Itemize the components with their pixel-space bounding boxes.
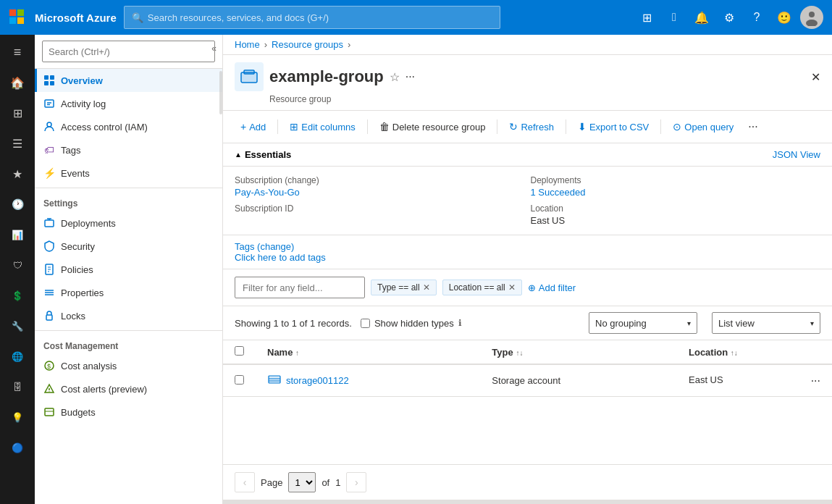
location-filter-tag: Location == all ✕: [442, 280, 522, 295]
nav-item-cost-alerts[interactable]: Cost alerts (preview): [35, 377, 222, 400]
view-selector[interactable]: List view ▾: [712, 312, 820, 334]
nav-item-activity-log[interactable]: Activity log: [35, 92, 222, 115]
breadcrumb-home[interactable]: Home: [235, 39, 260, 50]
nav-item-tags[interactable]: 🏷 Tags: [35, 138, 222, 161]
feedback-icon[interactable]: 🙂: [773, 6, 796, 29]
nav-item-locks[interactable]: Locks: [35, 304, 222, 327]
prev-page-btn[interactable]: ‹: [235, 472, 255, 492]
essentials-location: Location East US: [531, 203, 821, 226]
sidebar-icon-home[interactable]: 🏠: [3, 68, 32, 97]
view-select-box[interactable]: List view ▾: [712, 312, 820, 334]
filter-input[interactable]: [235, 277, 365, 298]
rg-name: example-group: [269, 67, 384, 86]
add-button[interactable]: + Add: [235, 117, 272, 136]
nav-item-deployments-label: Deployments: [61, 218, 116, 229]
toolbar-more-button[interactable]: ···: [742, 117, 763, 137]
rg-more-options[interactable]: ···: [406, 70, 415, 83]
nav-item-deployments[interactable]: Deployments: [35, 211, 222, 235]
storage-name-link[interactable]: storage001122: [286, 375, 349, 386]
sidebar-icon-favorites[interactable]: ★: [3, 159, 32, 188]
filter-bar: Type == all ✕ Location == all ✕ ⊕ Add fi…: [223, 269, 832, 306]
type-column-header[interactable]: Type ↑↓: [480, 340, 677, 364]
deployments-link[interactable]: 1 Succeeded: [531, 187, 586, 198]
select-all-checkbox[interactable]: [235, 346, 244, 356]
location-label: Location: [531, 203, 821, 214]
events-icon: ⚡: [43, 167, 55, 179]
settings-icon[interactable]: ⚙: [718, 6, 741, 29]
subscription-id-label: Subscription ID: [235, 203, 525, 214]
open-query-button[interactable]: ⊙ Open query: [667, 117, 739, 136]
search-box[interactable]: 🔍: [124, 6, 500, 29]
sidebar-icon-more1[interactable]: 🛡: [3, 251, 32, 280]
notifications-icon[interactable]: 🔔: [690, 6, 713, 29]
name-column-header[interactable]: Name ↑: [256, 340, 480, 364]
nav-item-overview[interactable]: Overview: [35, 69, 222, 92]
sidebar-icon-recent[interactable]: 🕐: [3, 190, 32, 219]
sidebar-icon-more5[interactable]: 🗄: [3, 372, 32, 401]
export-button[interactable]: ⬇ Export to CSV: [572, 117, 655, 136]
security-icon: [43, 240, 55, 252]
tags-change-link[interactable]: Tags (change): [235, 241, 294, 252]
storage-icon: [267, 372, 282, 389]
json-view-link[interactable]: JSON View: [773, 149, 820, 160]
nav-search-input[interactable]: [42, 41, 215, 62]
horizontal-scrollbar[interactable]: [223, 500, 832, 504]
search-input[interactable]: [148, 12, 492, 23]
svg-point-5: [806, 20, 818, 26]
of-label: of: [322, 477, 329, 488]
sidebar-icon-more2[interactable]: 💲: [3, 281, 32, 310]
refresh-button[interactable]: ↻ Refresh: [503, 117, 560, 136]
view-chevron-icon: ▾: [810, 319, 814, 327]
svg-point-4: [809, 12, 815, 17]
next-page-btn[interactable]: ›: [346, 472, 366, 492]
nav-collapse-btn[interactable]: «: [209, 41, 219, 56]
tags-add-link[interactable]: Click here to add tags: [235, 252, 326, 263]
rg-favorite-star[interactable]: ☆: [390, 70, 400, 84]
toolbar-sep3: [497, 119, 497, 134]
sidebar-icon-more7[interactable]: 🔵: [3, 433, 32, 462]
edit-columns-button[interactable]: ⊞ Edit columns: [284, 117, 361, 136]
nav-item-overview-label: Overview: [61, 75, 103, 86]
nav-item-policies[interactable]: Policies: [35, 258, 222, 281]
portal-menu-icon[interactable]: ⊞: [635, 6, 658, 29]
cloud-shell-icon[interactable]: : [663, 6, 686, 29]
sidebar-icon-more3[interactable]: 🔧: [3, 311, 32, 340]
locks-icon: [43, 310, 55, 322]
show-hidden-checkbox[interactable]: [361, 319, 370, 328]
help-icon[interactable]: ?: [745, 6, 768, 29]
sidebar-icon-more4[interactable]: 🌐: [3, 342, 32, 371]
svg-rect-8: [44, 81, 49, 85]
sidebar-icon-dashboard[interactable]: ⊞: [3, 98, 32, 127]
rg-subtitle: Resource group: [269, 94, 820, 104]
row-checkbox[interactable]: [235, 375, 244, 385]
grouping-select-box[interactable]: No grouping ▾: [589, 312, 697, 334]
nav-item-events[interactable]: ⚡ Events: [35, 161, 222, 185]
essentials-toggle-btn[interactable]: ▲ Essentials: [235, 149, 291, 160]
delete-button[interactable]: 🗑 Delete resource group: [374, 117, 492, 136]
breadcrumb-resource-groups[interactable]: Resource groups: [272, 39, 343, 50]
location-column-header[interactable]: Location ↑↓: [677, 340, 832, 364]
svg-rect-2: [9, 17, 16, 24]
row-more-options[interactable]: ···: [811, 374, 820, 387]
subscription-link[interactable]: Pay-As-You-Go: [235, 187, 300, 198]
grouping-selector[interactable]: No grouping ▾: [589, 312, 697, 334]
add-filter-button[interactable]: ⊕ Add filter: [528, 282, 576, 293]
location-filter-close[interactable]: ✕: [508, 282, 516, 293]
essentials-header: ▲ Essentials JSON View: [223, 143, 832, 167]
type-filter-close[interactable]: ✕: [423, 282, 430, 293]
nav-item-properties[interactable]: Properties: [35, 281, 222, 304]
nav-item-cost-analysis[interactable]: $ Cost analysis: [35, 354, 222, 377]
sidebar-icon-more6[interactable]: 💡: [3, 403, 32, 432]
nav-item-budgets[interactable]: Budgets: [35, 400, 222, 424]
sidebar-expand-icon[interactable]: ≡: [3, 38, 32, 67]
rg-close-btn[interactable]: ✕: [811, 70, 820, 84]
nav-item-security[interactable]: Security: [35, 235, 222, 258]
nav-item-iam[interactable]: Access control (IAM): [35, 115, 222, 138]
sidebar-icon-monitor[interactable]: 📊: [3, 220, 32, 249]
nav-item-tags-label: Tags: [61, 145, 80, 156]
type-col-label: Type: [492, 347, 513, 358]
toolbar-sep1: [277, 119, 278, 134]
page-select[interactable]: 1: [288, 472, 316, 492]
avatar[interactable]: [800, 6, 823, 29]
sidebar-icon-resources[interactable]: ☰: [3, 129, 32, 158]
